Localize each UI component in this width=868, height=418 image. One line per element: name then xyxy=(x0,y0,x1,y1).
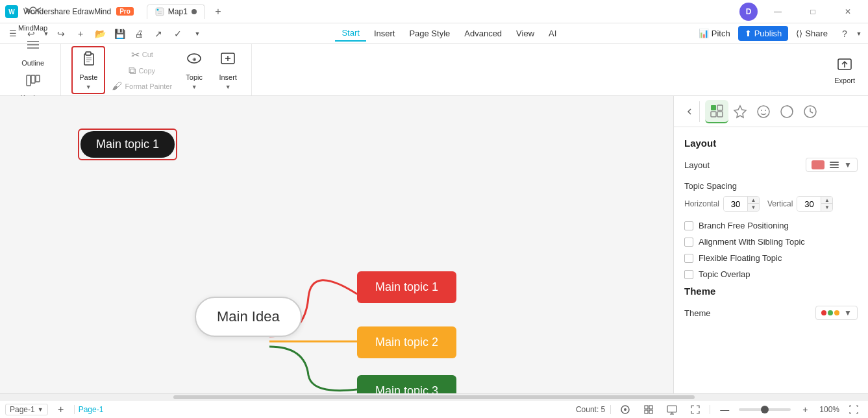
user-avatar[interactable]: D xyxy=(739,3,758,21)
add-page-button[interactable]: + xyxy=(52,400,70,419)
zoom-slider-thumb[interactable] xyxy=(761,406,769,413)
alignment-sibling-label: Alignment With Sibling Topic xyxy=(699,237,805,247)
theme-chevron: ▼ xyxy=(844,308,852,317)
right-panel: Layout Layout ▼ Topic Spacing xyxy=(673,96,868,393)
publish-label: Publish xyxy=(754,29,782,38)
ribbon-paste[interactable]: Paste ▼ xyxy=(71,46,105,94)
center-node[interactable]: Main Idea xyxy=(195,297,302,337)
ribbon-insert[interactable]: Insert ▼ xyxy=(212,47,243,93)
panel-tab-style[interactable] xyxy=(728,100,752,123)
check-button[interactable]: ✓ xyxy=(169,25,187,43)
svg-rect-14 xyxy=(27,75,31,86)
theme-select[interactable]: ▼ xyxy=(815,306,858,320)
title-tab-map1[interactable]: Map1 xyxy=(147,4,205,19)
export-btn2[interactable]: ↗ xyxy=(149,25,167,43)
copy-label: Copy xyxy=(138,67,155,75)
panel-tab-clock[interactable] xyxy=(799,100,822,123)
layout-select[interactable]: ▼ xyxy=(806,158,858,172)
new-button[interactable]: + xyxy=(71,25,90,43)
horizontal-scrollbar[interactable] xyxy=(0,393,868,400)
format-painter-label: Format Painter xyxy=(125,82,172,90)
spacing-section-title: Topic Spacing xyxy=(684,181,858,191)
scrollbar-thumb[interactable] xyxy=(173,395,694,399)
flexible-floating-checkbox[interactable] xyxy=(684,254,693,263)
menu-view[interactable]: View xyxy=(510,26,541,41)
pitch-button[interactable]: 📊 Pitch xyxy=(692,26,737,41)
branch-node-3[interactable]: Main topic 3 xyxy=(357,375,456,393)
add-tab-button[interactable]: + xyxy=(210,4,226,19)
insert-label: Insert xyxy=(219,73,237,81)
close-button[interactable]: ✕ xyxy=(833,2,863,21)
page-selector[interactable]: Page-1 ▼ xyxy=(5,404,48,415)
panel-collapse-button[interactable] xyxy=(679,101,700,122)
checkbox-row-3: Topic Overlap xyxy=(684,269,858,279)
zoom-in-button[interactable]: + xyxy=(796,400,814,419)
share-button[interactable]: ⟨⟩ Share xyxy=(789,26,834,41)
panel-tab-emoji[interactable] xyxy=(752,100,775,123)
fullscreen-button[interactable] xyxy=(686,400,704,419)
horizontal-up-arrow[interactable]: ▲ xyxy=(747,197,759,204)
share-icon: ⟨⟩ xyxy=(796,29,802,38)
horizontal-down-arrow[interactable]: ▼ xyxy=(747,204,759,211)
vertical-value[interactable] xyxy=(797,197,821,211)
checkbox-row-2: Flexible Floating Topic xyxy=(684,253,858,263)
horizontal-value[interactable] xyxy=(724,197,747,211)
panel-tabs xyxy=(674,96,868,127)
menu-page-style[interactable]: Page Style xyxy=(403,26,456,41)
canvas[interactable]: Main topic 1 Main Idea Main topic 1 Main… xyxy=(0,96,673,393)
branch-free-checkbox[interactable] xyxy=(684,221,693,230)
paste-label: Paste xyxy=(79,73,97,81)
redo-button[interactable]: ↪ xyxy=(52,25,70,43)
ribbon-format-painter[interactable]: 🖌 Format Painter xyxy=(108,79,176,93)
panel-tab-theme-icon[interactable] xyxy=(775,100,799,123)
vertical-spacing-group: Vertical ▲ ▼ xyxy=(767,196,833,212)
cut-icon: ✂ xyxy=(131,49,140,61)
open-button[interactable]: 📂 xyxy=(91,25,109,43)
menu-advanced[interactable]: Advanced xyxy=(458,26,508,41)
statusbar-divider-2 xyxy=(610,405,611,414)
export-icon xyxy=(836,56,853,77)
vertical-down-arrow[interactable]: ▼ xyxy=(821,204,832,211)
topic-overlap-checkbox[interactable] xyxy=(684,270,693,279)
panel-tab-layout[interactable] xyxy=(705,100,728,123)
statusbar-left: Page-1 ▼ + Page-1 xyxy=(5,400,103,419)
help-button[interactable]: ? xyxy=(836,25,854,43)
ribbon-copy[interactable]: ⧉ Copy xyxy=(108,64,176,78)
topic-label: Topic xyxy=(186,73,203,81)
tab-map1-label: Map1 xyxy=(168,7,188,16)
presentation-button[interactable] xyxy=(663,400,681,419)
help-dropdown[interactable]: ▼ xyxy=(855,25,863,43)
alignment-sibling-checkbox[interactable] xyxy=(684,238,693,247)
branch-node-2[interactable]: Main topic 2 xyxy=(357,326,456,358)
grid-view-button[interactable] xyxy=(639,400,658,419)
branch-node-1[interactable]: Main topic 1 xyxy=(357,271,456,303)
publish-button[interactable]: ⬆ Publish xyxy=(738,26,789,41)
floating-node[interactable]: Main topic 1 xyxy=(78,129,177,160)
fit-page-button[interactable] xyxy=(616,400,634,419)
maximize-button[interactable]: □ xyxy=(798,2,828,21)
menu-insert[interactable]: Insert xyxy=(367,26,402,41)
menu-ai[interactable]: AI xyxy=(542,26,563,41)
ribbon-outline[interactable]: Outline xyxy=(16,36,49,69)
svg-rect-49 xyxy=(667,406,676,412)
print-button[interactable]: 🖨 xyxy=(130,25,148,43)
ribbon-mindmap[interactable]: MindMap xyxy=(13,1,53,34)
titlebar: W Wondershare EdrawMind Pro Map1 + D — □… xyxy=(0,0,868,23)
zoom-slider[interactable] xyxy=(739,408,791,411)
minimize-button[interactable]: — xyxy=(763,2,793,21)
ribbon-topic[interactable]: ⊕ Topic ▼ xyxy=(179,47,210,93)
svg-rect-15 xyxy=(31,75,35,83)
mindmap-label: MindMap xyxy=(18,24,47,32)
dropdown-more[interactable]: ▼ xyxy=(188,25,206,43)
branch-node-1-label: Main topic 1 xyxy=(375,280,438,293)
vertical-input[interactable]: ▲ ▼ xyxy=(797,196,833,212)
ribbon-cut[interactable]: ✂ Cut xyxy=(108,47,176,62)
fit-window-button[interactable] xyxy=(845,400,863,419)
save-button[interactable]: 💾 xyxy=(110,25,129,43)
svg-rect-47 xyxy=(645,410,648,413)
ribbon-export[interactable]: Export xyxy=(826,44,863,95)
zoom-out-button[interactable]: — xyxy=(715,400,734,419)
horizontal-input[interactable]: ▲ ▼ xyxy=(723,196,760,212)
menu-start[interactable]: Start xyxy=(335,25,366,42)
vertical-up-arrow[interactable]: ▲ xyxy=(821,197,832,204)
